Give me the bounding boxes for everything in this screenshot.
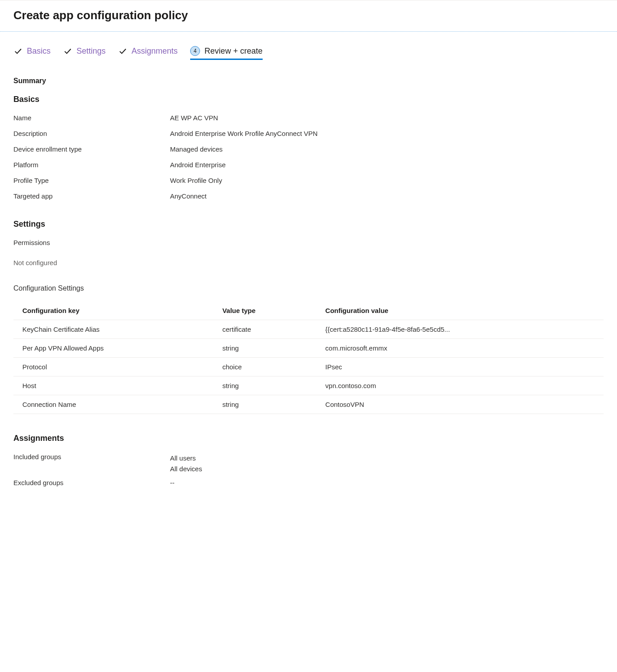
- page-title: Create app configuration policy: [13, 8, 604, 22]
- tab-review-create[interactable]: 4 Review + create: [190, 46, 263, 60]
- col-header-type[interactable]: Value type: [213, 302, 316, 320]
- permissions-value: Not configured: [13, 259, 604, 266]
- check-icon: [118, 46, 127, 55]
- table-row: Protocol choice IPsec: [13, 358, 604, 376]
- cell-key: Protocol: [13, 358, 213, 376]
- cell-value: ContosoVPN: [316, 395, 604, 414]
- excluded-groups-label: Excluded groups: [13, 479, 170, 486]
- settings-heading: Settings: [13, 220, 604, 229]
- page-content: Basics Settings Assignments 4 Review + c…: [0, 32, 617, 500]
- table-row: Per App VPN Allowed Apps string com.micr…: [13, 339, 604, 358]
- table-header-row: Configuration key Value type Configurati…: [13, 302, 604, 320]
- configuration-settings-heading: Configuration Settings: [13, 284, 604, 292]
- included-group-value: All devices: [170, 464, 604, 474]
- check-icon: [63, 46, 72, 55]
- assignments-grid: Included groups All users All devices Ex…: [13, 453, 604, 486]
- basics-value-platform: Android Enterprise: [170, 161, 604, 169]
- basics-grid: Name AE WP AC VPN Description Android En…: [13, 114, 604, 200]
- basics-value-description: Android Enterprise Work Profile AnyConne…: [170, 130, 604, 137]
- configuration-settings-table: Configuration key Value type Configurati…: [13, 302, 604, 414]
- basics-value-name: AE WP AC VPN: [170, 114, 604, 122]
- basics-key-enrollment: Device enrollment type: [13, 145, 170, 153]
- assignments-heading: Assignments: [13, 434, 604, 443]
- permissions-block: Permissions Not configured: [13, 239, 604, 266]
- permissions-label: Permissions: [13, 239, 604, 246]
- basics-key-profile-type: Profile Type: [13, 177, 170, 184]
- basics-key-description: Description: [13, 130, 170, 137]
- cell-value: com.microsoft.emmx: [316, 339, 604, 358]
- cell-type: string: [213, 376, 316, 395]
- included-groups-values: All users All devices: [170, 453, 604, 474]
- col-header-value[interactable]: Configuration value: [316, 302, 604, 320]
- cell-type: choice: [213, 358, 316, 376]
- cell-key: Host: [13, 376, 213, 395]
- tab-label: Assignments: [132, 46, 178, 56]
- cell-value: IPsec: [316, 358, 604, 376]
- cell-key: Per App VPN Allowed Apps: [13, 339, 213, 358]
- tab-assignments[interactable]: Assignments: [118, 46, 178, 60]
- wizard-tabs: Basics Settings Assignments 4 Review + c…: [13, 46, 604, 60]
- basics-heading: Basics: [13, 95, 604, 104]
- tab-label: Settings: [77, 46, 106, 56]
- included-groups-label: Included groups: [13, 453, 170, 474]
- cell-key: KeyChain Certificate Alias: [13, 320, 213, 339]
- basics-value-profile-type: Work Profile Only: [170, 177, 604, 184]
- summary-heading: Summary: [13, 77, 604, 85]
- cell-value: vpn.contoso.com: [316, 376, 604, 395]
- check-icon: [13, 46, 22, 55]
- tab-label: Basics: [27, 46, 51, 56]
- cell-type: string: [213, 395, 316, 414]
- excluded-groups-value: --: [170, 479, 604, 486]
- col-header-key[interactable]: Configuration key: [13, 302, 213, 320]
- cell-value: {{cert:a5280c11-91a9-4f5e-8fa6-5e5cd5...: [316, 320, 604, 339]
- cell-type: string: [213, 339, 316, 358]
- basics-value-enrollment: Managed devices: [170, 145, 604, 153]
- cell-key: Connection Name: [13, 395, 213, 414]
- basics-key-targeted-app: Targeted app: [13, 192, 170, 200]
- included-group-value: All users: [170, 453, 604, 464]
- table-row: Host string vpn.contoso.com: [13, 376, 604, 395]
- step-number-badge: 4: [190, 46, 200, 56]
- page-header: Create app configuration policy: [0, 0, 617, 32]
- tab-settings[interactable]: Settings: [63, 46, 106, 60]
- basics-key-platform: Platform: [13, 161, 170, 169]
- table-row: Connection Name string ContosoVPN: [13, 395, 604, 414]
- basics-value-targeted-app: AnyConnect: [170, 192, 604, 200]
- tab-label: Review + create: [204, 46, 263, 56]
- cell-type: certificate: [213, 320, 316, 339]
- table-row: KeyChain Certificate Alias certificate {…: [13, 320, 604, 339]
- tab-basics[interactable]: Basics: [13, 46, 51, 60]
- basics-key-name: Name: [13, 114, 170, 122]
